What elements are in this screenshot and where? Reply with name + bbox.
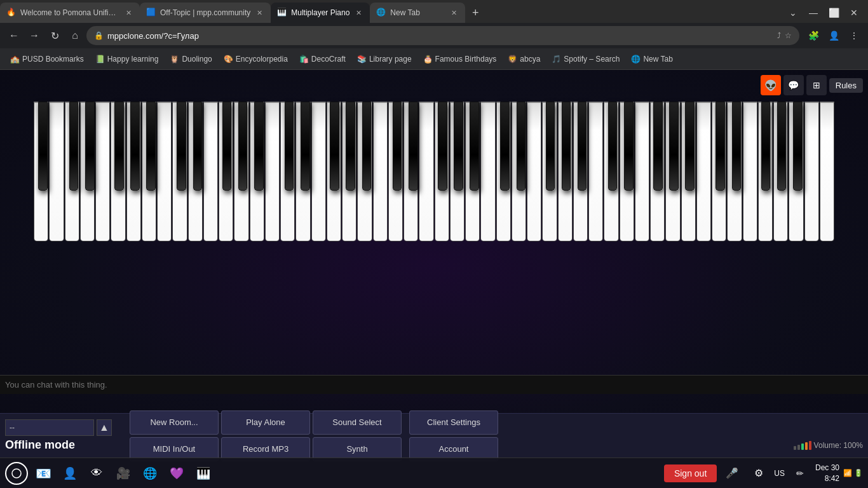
black-key-7[interactable] xyxy=(193,102,203,191)
black-key-19[interactable] xyxy=(454,102,463,191)
white-key-22[interactable] xyxy=(373,102,388,241)
bookmark-pusd[interactable]: 🏫 PUSD Bookmarks xyxy=(5,52,89,66)
white-key-43[interactable] xyxy=(696,102,711,241)
taskbar-piano-app[interactable]: 🎹 xyxy=(192,462,215,485)
bookmark-new-tab[interactable]: 🌐 New Tab xyxy=(626,52,677,66)
white-key-29[interactable] xyxy=(480,102,495,241)
white-key-32[interactable] xyxy=(527,102,541,241)
taskbar-gmail[interactable]: 📧 xyxy=(32,462,55,485)
bookmark-spotify[interactable]: 🎵 Spotify – Search xyxy=(546,52,625,66)
profile-dropdown[interactable]: ⌄ xyxy=(784,4,802,22)
pen-icon[interactable]: ✏ xyxy=(789,462,811,485)
home-button[interactable]: ⌂ xyxy=(66,27,84,44)
black-key-35[interactable] xyxy=(793,102,803,191)
white-key-11[interactable] xyxy=(203,102,218,241)
black-key-0[interactable] xyxy=(38,102,48,191)
white-key-15[interactable] xyxy=(265,102,280,241)
black-key-10[interactable] xyxy=(254,102,264,191)
bookmark-decocraft[interactable]: 🛍️ DecoCraft xyxy=(294,52,351,66)
black-key-32[interactable] xyxy=(732,102,742,191)
black-key-25[interactable] xyxy=(578,102,587,191)
bookmark-famous-birthdays[interactable]: 🎂 Famous Birthdays xyxy=(418,52,502,66)
white-key-1[interactable] xyxy=(49,102,64,241)
sound-select-button[interactable]: Sound Select xyxy=(313,410,402,435)
black-key-2[interactable] xyxy=(85,102,95,191)
new-room-button[interactable]: New Room... xyxy=(130,410,219,435)
taskbar-app1[interactable]: 💜 xyxy=(165,462,188,485)
play-alone-button[interactable]: Play Alone xyxy=(221,410,310,435)
black-key-12[interactable] xyxy=(301,102,310,191)
bookmark-happy-learning[interactable]: 📗 Happy learning xyxy=(90,52,164,66)
white-key-4[interactable] xyxy=(95,102,110,241)
black-key-24[interactable] xyxy=(562,102,571,191)
chat-icon[interactable]: 💬 xyxy=(783,75,804,95)
white-key-51[interactable] xyxy=(820,102,834,241)
reload-button[interactable]: ↻ xyxy=(46,27,64,44)
white-key-8[interactable] xyxy=(157,102,172,241)
black-key-6[interactable] xyxy=(177,102,186,191)
microphone-icon[interactable]: 🎤 xyxy=(721,462,743,485)
tab-4-close[interactable]: ✕ xyxy=(449,8,459,18)
black-key-9[interactable] xyxy=(238,102,248,191)
black-key-31[interactable] xyxy=(715,102,725,191)
black-key-28[interactable] xyxy=(653,102,663,191)
white-key-50[interactable] xyxy=(804,102,819,241)
black-key-14[interactable] xyxy=(346,102,355,191)
menu-button[interactable]: ⋮ xyxy=(845,27,863,44)
black-key-1[interactable] xyxy=(69,102,79,191)
back-button[interactable]: ← xyxy=(5,27,23,44)
black-key-26[interactable] xyxy=(608,102,618,191)
tab-4[interactable]: 🌐 New Tab ✕ xyxy=(370,3,465,23)
tab-1[interactable]: 🔥 Welcome to Pomona Unified Sch... ✕ xyxy=(0,3,140,23)
black-key-8[interactable] xyxy=(222,102,232,191)
black-key-30[interactable] xyxy=(685,102,695,191)
bookmark-library[interactable]: 📚 Library page xyxy=(352,52,417,66)
white-key-46[interactable] xyxy=(743,102,757,241)
black-key-3[interactable] xyxy=(114,102,124,191)
bookmark-encycolorpedia[interactable]: 🎨 Encycolorpedia xyxy=(219,52,293,66)
white-key-18[interactable] xyxy=(311,102,326,241)
maximize-button[interactable]: ⬜ xyxy=(825,4,843,22)
black-key-5[interactable] xyxy=(146,102,156,191)
reddit-icon[interactable]: 👽 xyxy=(761,75,781,95)
tab-2-close[interactable]: ✕ xyxy=(254,8,264,18)
tab-1-close[interactable]: ✕ xyxy=(123,8,133,18)
black-key-11[interactable] xyxy=(285,102,294,191)
black-key-29[interactable] xyxy=(669,102,679,191)
taskbar-contacts[interactable]: 👤 xyxy=(58,462,81,485)
start-button[interactable] xyxy=(5,462,28,485)
room-input[interactable] xyxy=(5,419,94,436)
black-key-17[interactable] xyxy=(409,102,418,191)
black-key-21[interactable] xyxy=(500,102,510,191)
black-key-18[interactable] xyxy=(438,102,447,191)
black-key-22[interactable] xyxy=(517,102,526,191)
profile-icon[interactable]: 👤 xyxy=(825,27,843,44)
taskbar-zoom[interactable]: 🎥 xyxy=(112,462,135,485)
client-settings-button[interactable]: Client Settings xyxy=(409,410,498,435)
black-key-15[interactable] xyxy=(362,102,372,191)
forward-button[interactable]: → xyxy=(25,27,43,44)
tab-3[interactable]: 🎹 Multiplayer Piano ✕ xyxy=(271,3,370,23)
black-key-23[interactable] xyxy=(546,102,555,191)
tab-2[interactable]: 🟦 Off-Topic | mpp.community ✕ xyxy=(140,3,271,23)
bookmark-abcya[interactable]: 🦁 abcya xyxy=(503,52,545,66)
white-key-39[interactable] xyxy=(635,102,649,241)
taskbar-chrome[interactable]: 🌐 xyxy=(139,462,161,485)
black-key-4[interactable] xyxy=(130,102,140,191)
sign-out-button[interactable]: Sign out xyxy=(664,464,717,482)
black-key-33[interactable] xyxy=(761,102,771,191)
address-bar[interactable]: 🔒 mppclone.com/?c=Гулар ⤴ ☆ xyxy=(86,26,799,45)
close-window-button[interactable]: ✕ xyxy=(845,4,863,22)
bookmark-duolingo[interactable]: 🦉 Duolingo xyxy=(165,52,217,66)
extensions-icon[interactable]: 🧩 xyxy=(804,27,822,44)
black-key-27[interactable] xyxy=(624,102,634,191)
settings-icon[interactable]: ⚙ xyxy=(747,462,770,485)
white-key-36[interactable] xyxy=(588,102,603,241)
room-arrow-button[interactable]: ▲ xyxy=(97,419,112,436)
white-key-25[interactable] xyxy=(419,102,433,241)
minimize-button[interactable]: — xyxy=(804,4,822,22)
tab-3-close[interactable]: ✕ xyxy=(353,8,363,18)
grid-icon[interactable]: ⊞ xyxy=(806,75,827,95)
black-key-13[interactable] xyxy=(330,102,339,191)
new-tab-button[interactable]: + xyxy=(465,3,485,23)
